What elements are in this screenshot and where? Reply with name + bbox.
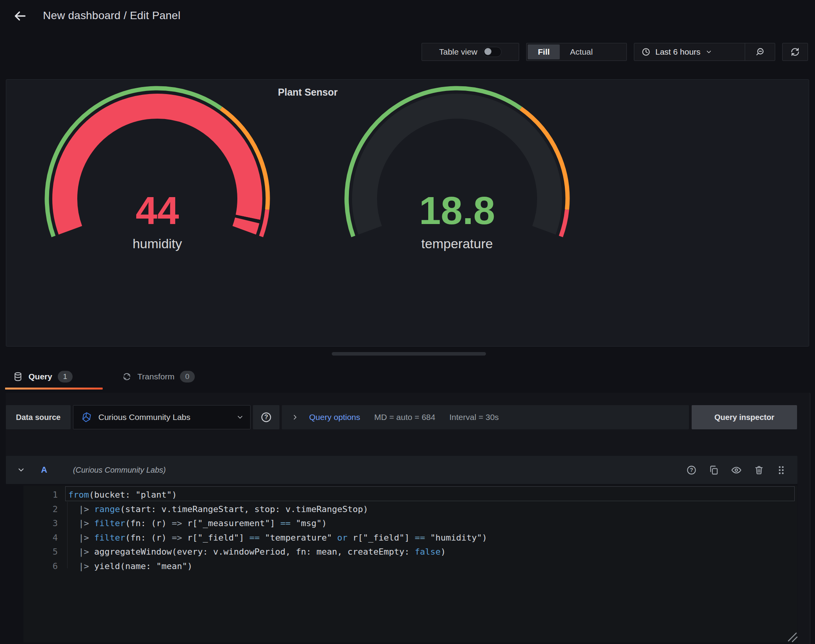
tab-transform[interactable]: Transform 0 xyxy=(114,365,203,388)
eye-icon xyxy=(731,464,742,476)
interval-info: Interval = 30s xyxy=(449,413,499,422)
fill-button[interactable]: Fill xyxy=(528,44,560,59)
code-line[interactable]: from(bucket: "plant") xyxy=(68,488,794,502)
code-line[interactable]: |> yield(name: "mean") xyxy=(68,559,794,574)
gauge-label: temperature xyxy=(336,235,578,252)
influxdb-logo-icon xyxy=(81,412,92,423)
chevron-down-icon xyxy=(705,48,712,55)
chevron-right-icon[interactable] xyxy=(291,413,299,421)
query-row-actions: ? xyxy=(686,464,787,476)
query-row-header[interactable]: A (Curious Community Labs) ? xyxy=(6,456,797,484)
code-gutter: 123456 xyxy=(23,488,58,574)
query-inspector-button[interactable]: Query inspector xyxy=(692,405,797,429)
editor-resize-handle[interactable] xyxy=(785,630,799,643)
gauge-value: 18.8 xyxy=(336,190,578,231)
query-ref-id: A xyxy=(41,465,47,475)
table-view-label: Table view xyxy=(439,47,477,57)
remove-query-button[interactable] xyxy=(754,465,764,475)
code-line[interactable]: |> filter(fn: (r) => r["_field"] == "tem… xyxy=(68,531,794,545)
time-range-group: Last 6 hours xyxy=(634,43,775,61)
tab-query-count: 1 xyxy=(58,371,73,382)
svg-text:?: ? xyxy=(264,414,268,420)
copy-icon xyxy=(708,465,719,475)
max-data-points-info: MD = auto = 684 xyxy=(374,413,435,422)
query-help-button[interactable]: ? xyxy=(686,465,697,475)
actual-button[interactable]: Actual xyxy=(560,44,603,59)
display-mode-group: Fill Actual xyxy=(526,43,627,61)
query-datasource-hint: (Curious Community Labs) xyxy=(73,466,166,475)
indent-guide xyxy=(67,502,68,568)
query-options-toggle[interactable]: Query options xyxy=(309,413,360,422)
datasource-name: Curious Community Labs xyxy=(98,413,236,422)
flux-code-editor[interactable]: 123456 from(bucket: "plant") |> range(st… xyxy=(23,486,797,642)
grafana-edit-panel: New dashboard / Edit Panel Table view Fi… xyxy=(0,0,815,644)
transform-icon xyxy=(122,372,132,382)
refresh-button[interactable] xyxy=(782,43,808,61)
time-range-label: Last 6 hours xyxy=(655,47,701,57)
datasource-help-button[interactable]: ? xyxy=(253,405,279,429)
code-lines[interactable]: from(bucket: "plant") |> range(start: v.… xyxy=(68,488,794,574)
page-title: New dashboard / Edit Panel xyxy=(43,9,180,22)
gauge-label: humidity xyxy=(36,235,278,252)
resize-grip-icon xyxy=(785,630,799,643)
drag-query-handle[interactable] xyxy=(776,465,787,475)
zoom-out-icon xyxy=(755,47,765,57)
toggle-switch-icon[interactable] xyxy=(483,47,502,57)
time-range-picker[interactable]: Last 6 hours xyxy=(634,43,745,60)
active-tab-underline xyxy=(5,388,103,390)
chevron-down-icon xyxy=(236,413,244,421)
back-button[interactable] xyxy=(11,7,29,25)
chevron-down-icon[interactable] xyxy=(17,466,25,474)
tab-query-label: Query xyxy=(28,372,52,381)
datasource-select[interactable]: Curious Community Labs xyxy=(73,405,251,429)
temperature-gauge: 18.8 temperature xyxy=(336,78,578,257)
refresh-icon xyxy=(790,47,800,57)
plant-sensor-panel: Plant Sensor 44 humidity 18.8 temperatur… xyxy=(6,79,809,347)
question-circle-icon: ? xyxy=(260,411,272,423)
humidity-gauge: 44 humidity xyxy=(36,78,278,257)
svg-text:?: ? xyxy=(690,467,693,473)
query-options-row: Query options MD = auto = 684 Interval =… xyxy=(282,405,689,429)
database-icon xyxy=(13,372,23,382)
code-line[interactable]: |> aggregateWindow(every: v.windowPeriod… xyxy=(68,545,794,559)
trash-icon xyxy=(754,465,764,475)
tab-query[interactable]: Query 1 xyxy=(5,365,80,388)
duplicate-query-button[interactable] xyxy=(708,465,719,475)
editor-tabs: Query 1 Transform 0 xyxy=(0,365,815,391)
question-circle-icon: ? xyxy=(686,465,697,475)
zoom-out-button[interactable] xyxy=(745,43,775,60)
arrow-left-icon xyxy=(13,9,27,23)
code-line[interactable]: |> filter(fn: (r) => r["_measurement"] =… xyxy=(68,516,794,531)
tab-transform-count: 0 xyxy=(180,371,195,382)
datasource-label-chip: Data source xyxy=(6,405,71,429)
tab-transform-label: Transform xyxy=(137,372,174,381)
panel-resize-handle[interactable] xyxy=(332,352,486,356)
grip-icon xyxy=(776,465,787,475)
gauge-value: 44 xyxy=(36,190,278,231)
clock-icon xyxy=(641,47,651,57)
code-line[interactable]: |> range(start: v.timeRangeStart, stop: … xyxy=(68,502,794,517)
toggle-query-visibility-button[interactable] xyxy=(731,464,742,476)
table-view-toggle[interactable]: Table view xyxy=(422,43,519,61)
